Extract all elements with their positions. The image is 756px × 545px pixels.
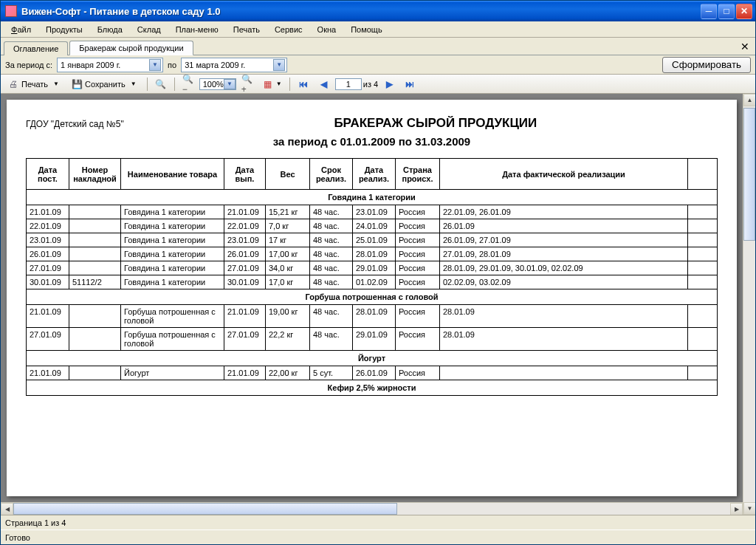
close-button[interactable]: ✕ (736, 4, 752, 19)
cell-weight: 22,2 кг (266, 328, 310, 351)
cell-shelf: 48 час. (310, 233, 353, 247)
col-date-real: Дата реализ. (353, 159, 396, 190)
cell-blank (688, 233, 718, 247)
zoom-field[interactable]: 100% ▼ (199, 78, 236, 90)
nav-first-button[interactable]: ⏮ (294, 76, 313, 92)
statusbar-ready: Готово (1, 529, 755, 544)
cell-invoice: 51112/2 (69, 275, 121, 289)
save-button[interactable]: 💾 Сохранить ▼ (67, 76, 143, 92)
hscroll-thumb[interactable] (13, 503, 397, 515)
cell-date_prod: 21.01.09 (224, 305, 266, 328)
cell-invoice (69, 247, 121, 261)
nav-next-button[interactable]: ▶ (379, 76, 399, 92)
maximize-button[interactable]: □ (718, 4, 735, 19)
menu-print[interactable]: Печать (227, 24, 266, 35)
vscroll-down-icon[interactable]: ▼ (743, 502, 755, 515)
zoom-in-button[interactable]: 🔍+ (238, 76, 257, 92)
vertical-scrollbar[interactable]: ▲ ▼ (743, 94, 755, 515)
cell-fact (440, 366, 688, 380)
menu-planmenu[interactable]: План-меню (170, 24, 224, 35)
col-country: Страна происх. (396, 159, 440, 190)
cell-blank (688, 328, 718, 351)
zoom-in-icon: 🔍+ (241, 78, 253, 90)
menu-windows[interactable]: Окна (312, 24, 343, 35)
nav-last-button[interactable]: ⏭ (400, 76, 419, 92)
cell-invoice (69, 219, 121, 233)
cell-weight: 15,21 кг (266, 205, 310, 219)
menu-help[interactable]: Помощь (345, 24, 388, 35)
cell-date_real: 25.01.09 (353, 233, 396, 247)
cell-shelf: 48 час. (310, 205, 353, 219)
tab-close-button[interactable]: ✕ (739, 41, 751, 52)
nav-prev-button[interactable]: ◀ (315, 76, 334, 92)
cell-date_real: 24.01.09 (353, 219, 396, 233)
menu-dishes[interactable]: Блюда (92, 24, 128, 35)
table-row: 26.01.09Говядина 1 категории26.01.0917,0… (27, 247, 718, 261)
cell-date_prod: 30.01.09 (224, 275, 266, 289)
cell-fact: 26.01.09, 27.01.09 (440, 233, 688, 247)
save-icon: 💾 (71, 78, 83, 90)
menu-stock[interactable]: Склад (131, 24, 167, 35)
cell-name: Говядина 1 категории (121, 233, 224, 247)
date-from-field[interactable]: 1 января 2009 г. ▼ (57, 58, 163, 72)
vscroll-thumb[interactable] (743, 108, 755, 241)
menu-file[interactable]: Файл (5, 24, 37, 35)
report-page: ГДОУ "Детский сад №5" БРАКЕРАЖ СЫРОЙ ПРО… (7, 100, 737, 496)
zoom-value: 100% (203, 80, 224, 89)
period-from-label: За период с: (5, 61, 52, 69)
cell-blank (688, 205, 718, 219)
cell-shelf: 48 час. (310, 275, 353, 289)
layout-button[interactable]: ▦▼ (258, 76, 286, 92)
date-to-field[interactable]: 31 марта 2009 г. ▼ (181, 58, 287, 72)
cell-shelf: 48 час. (310, 328, 353, 351)
col-fact: Дата фактической реализации (440, 159, 688, 190)
menu-service[interactable]: Сервис (269, 24, 309, 35)
cell-blank (688, 219, 718, 233)
cell-fact: 28.01.09 (440, 328, 688, 351)
hscroll-right-icon[interactable]: ▶ (730, 503, 743, 515)
table-row: 23.01.09Говядина 1 категории23.01.0917 к… (27, 233, 718, 247)
hscroll-left-icon[interactable]: ◀ (1, 503, 13, 515)
cell-name: Говядина 1 категории (121, 205, 224, 219)
horizontal-scrollbar[interactable]: ◀ ▶ (1, 502, 743, 515)
cell-invoice (69, 233, 121, 247)
zoom-out-button[interactable]: 🔍− (179, 76, 198, 92)
generate-button[interactable]: Сформировать (662, 57, 751, 73)
find-icon: 🔍 (155, 78, 167, 90)
cell-fact: 02.02.09, 03.02.09 (440, 275, 688, 289)
tab-report[interactable]: Бракераж сырой продукции (69, 41, 193, 55)
zoom-drop-icon[interactable]: ▼ (224, 79, 236, 89)
report-title: БРАКЕРАЖ СЫРОЙ ПРОДУКЦИИ (154, 116, 718, 131)
cell-weight: 7,0 кг (266, 219, 310, 233)
print-button[interactable]: 🖨 Печать ▼ (4, 76, 66, 92)
date-to-drop-icon[interactable]: ▼ (273, 59, 285, 71)
cell-country: Россия (396, 219, 440, 233)
cell-date_real: 26.01.09 (353, 366, 396, 380)
date-from-drop-icon[interactable]: ▼ (149, 59, 161, 71)
group-title: Говядина 1 категории (27, 190, 718, 205)
nav-first-icon: ⏮ (298, 78, 309, 90)
titlebar: Вижен-Софт - Питание в детском саду 1.0 … (1, 1, 755, 21)
table-group-row: Говядина 1 категории (27, 190, 718, 205)
nav-last-icon: ⏭ (404, 78, 416, 90)
cell-date_post: 27.01.09 (27, 328, 69, 351)
table-group-row: Йогурт (27, 351, 718, 366)
period-to-label: по (168, 61, 176, 69)
grid-icon: ▦ (262, 78, 274, 90)
menubar: Файл Продукты Блюда Склад План-меню Печа… (1, 21, 755, 38)
find-button[interactable]: 🔍 (151, 76, 171, 92)
cell-shelf: 48 час. (310, 219, 353, 233)
menu-products[interactable]: Продукты (40, 24, 89, 35)
cell-date_real: 01.02.09 (353, 275, 396, 289)
tab-toc[interactable]: Оглавление (4, 41, 68, 55)
org-name: ГДОУ "Детский сад №5" (26, 119, 124, 129)
table-row: 27.01.09Говядина 1 категории27.01.0934,0… (27, 261, 718, 275)
col-shelf: Срок реализ. (310, 159, 353, 190)
vscroll-up-icon[interactable]: ▲ (743, 94, 755, 106)
zoom-out-icon: 🔍− (182, 78, 194, 90)
save-label: Сохранить (85, 80, 126, 89)
cell-date_prod: 21.01.09 (224, 205, 266, 219)
table-group-row: Горбуша потрошенная с головой (27, 289, 718, 305)
page-current-field[interactable]: 1 (335, 78, 362, 90)
minimize-button[interactable]: ─ (701, 4, 717, 19)
